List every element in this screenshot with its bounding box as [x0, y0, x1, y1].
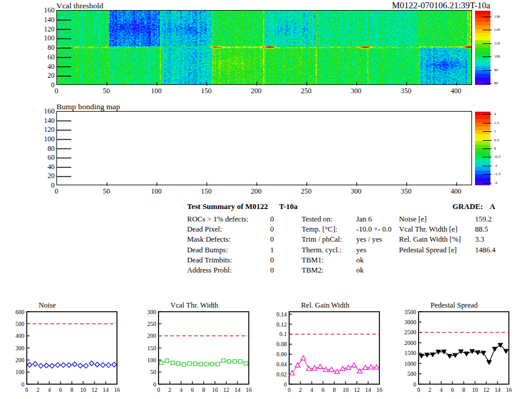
y-axis-tick-label: 3000	[404, 319, 416, 325]
test-summary-report: Vcal threshold M0122-070106.21:39T-10a 0…	[0, 0, 532, 399]
x-axis-tick-label: 0	[417, 387, 420, 393]
roc-plot-noise: Noise01002003004005006000246810121416	[3, 299, 129, 399]
summary-row-value: yes	[356, 246, 366, 255]
x-axis-tick-label: 200	[243, 187, 270, 196]
colorbar-tick-label: 0.5	[494, 138, 499, 142]
data-point-marker	[210, 362, 214, 366]
y-axis-tick-label: 20	[34, 172, 55, 180]
data-point-marker	[318, 364, 322, 368]
y-axis-tick-label: 120	[34, 24, 55, 33]
summary-row: Therm. cycl.:yes	[302, 246, 342, 256]
summary-row: Dead Pixel:0	[187, 225, 222, 235]
summary-row: Noise [e]159.2	[399, 215, 427, 225]
summary-row-value: 3.3	[475, 235, 484, 244]
x-axis-tick-label: 50	[93, 87, 119, 96]
y-axis-tick-label: 0.12	[277, 321, 287, 328]
data-point-marker	[464, 352, 469, 356]
summary-row-label: TBM1:	[302, 256, 324, 264]
x-axis-tick-label: 150	[193, 87, 219, 96]
summary-row-label: Noise [e]	[399, 215, 427, 223]
summary-row-value: 88.5	[475, 225, 488, 234]
summary-row: TBM1:ok	[302, 256, 324, 266]
y-axis-tick-label: 60	[34, 153, 55, 162]
y-axis-tick-label: 2500	[404, 329, 416, 335]
x-axis-tick-label: 14	[495, 387, 501, 393]
summary-row-value: 0	[270, 215, 274, 224]
summary-row-label: Mask Defects:	[187, 235, 230, 243]
x-axis-tick-label: 6	[191, 387, 194, 393]
data-point-marker	[44, 363, 49, 368]
bump-map-title: Bump bonding map	[56, 102, 120, 112]
x-axis-tick-label: 14	[103, 387, 109, 393]
x-axis-tick-label: 50	[93, 187, 119, 196]
x-axis-tick-label: 10	[212, 387, 218, 393]
data-point-marker	[199, 362, 202, 366]
data-point-marker	[301, 356, 306, 360]
colorbar-tick-label: 130	[494, 14, 501, 19]
y-axis-tick-label: 150	[147, 345, 156, 352]
y-axis-tick-label: 100	[147, 357, 156, 363]
colorbar-tick-label: -2	[494, 180, 498, 185]
colorbar-tick-label: 2	[494, 112, 496, 116]
x-axis-tick-label: 2	[169, 387, 172, 393]
summary-row-label: Trim / phCal:	[302, 235, 342, 243]
summary-row-label: Dead Pixel:	[187, 225, 222, 233]
data-point-marker	[504, 349, 508, 353]
data-point-marker	[481, 351, 486, 355]
data-point-marker	[27, 362, 32, 367]
plot-frame	[289, 312, 379, 384]
x-axis-tick-label: 8	[202, 387, 205, 393]
data-point-marker	[352, 363, 356, 367]
summary-row: TBM2:ok	[302, 266, 324, 276]
data-point-marker	[39, 363, 43, 368]
colorbar-tick-mark	[483, 43, 492, 44]
y-axis-tick-label: 400	[15, 332, 24, 339]
y-axis-tick-label: 100	[34, 34, 55, 43]
colorbar-tick-mark	[483, 174, 492, 175]
summary-row-label: Tested on:	[302, 215, 332, 223]
y-axis-tick-label: 0.14	[277, 311, 287, 318]
data-point-marker	[89, 361, 94, 366]
summary-row-value: 159.2	[475, 215, 492, 224]
x-axis-tick-label: 14	[235, 387, 240, 393]
y-axis-tick-label: 0	[413, 381, 416, 388]
x-axis-tick-label: 12	[354, 387, 360, 393]
roc-plot-title: Pedestal Spread	[430, 301, 478, 309]
data-point-marker	[78, 363, 83, 368]
x-axis-tick-label: 250	[293, 187, 319, 196]
summary-row: Mask Defects:0	[187, 235, 230, 245]
y-axis-tick-label: 0	[21, 381, 24, 388]
colorbar-tick-mark	[483, 114, 492, 115]
colorbar-tick-label: 90	[494, 68, 498, 72]
x-axis-tick-label: 250	[293, 87, 319, 96]
colorbar-tick-mark	[483, 157, 492, 157]
x-axis-tick-label: 300	[343, 187, 369, 196]
colorbar-tick-mark	[483, 148, 492, 149]
summary-row-value: 0	[270, 266, 274, 275]
summary-row-label: Pedestal Spread [e]	[399, 246, 457, 254]
summary-module-type: T-10a	[279, 202, 297, 211]
summary-title: Test Summary of M0122	[187, 202, 268, 211]
roc-plot-title: Vcal Thr. Width	[170, 301, 218, 309]
roc-plot-rel_gain_width: Rel. Gain Width00.020.040.060.080.10.120…	[265, 299, 391, 399]
x-axis-tick-label: 10	[472, 387, 478, 393]
data-point-marker	[171, 361, 175, 365]
data-point-marker	[33, 362, 37, 366]
y-axis-tick-label: 0.08	[277, 341, 287, 347]
data-point-marker	[216, 362, 220, 366]
data-point-marker	[487, 360, 492, 365]
x-axis-tick-label: 6	[451, 387, 454, 393]
y-axis-tick-label: 0.04	[277, 361, 287, 368]
y-axis-tick-label: 40	[34, 162, 55, 171]
data-point-marker	[66, 363, 71, 368]
y-axis-tick-label: 160	[34, 6, 55, 15]
data-point-marker	[165, 359, 169, 363]
plot-frame	[27, 312, 117, 384]
x-axis-tick-label: 2	[37, 387, 40, 393]
grade-line: GRADE: A	[452, 202, 495, 211]
summary-row-value: ok	[356, 266, 364, 275]
y-axis-tick-label: 80	[34, 43, 55, 52]
colorbar-tick-mark	[483, 83, 492, 84]
summary-row-label: TBM2:	[302, 266, 324, 274]
x-axis-tick-label: 14	[365, 387, 371, 393]
